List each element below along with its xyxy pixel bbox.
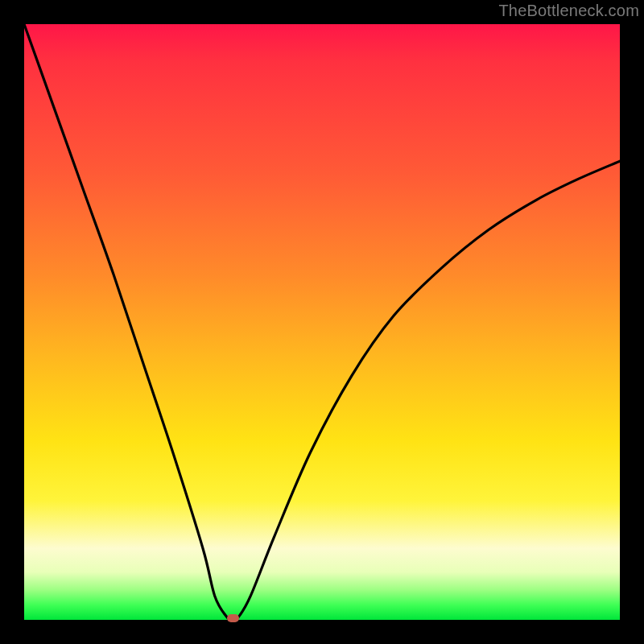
bottleneck-curve	[24, 24, 620, 620]
chart-frame: TheBottleneck.com	[0, 0, 644, 644]
watermark-text: TheBottleneck.com	[498, 2, 639, 20]
optimal-marker	[227, 614, 239, 622]
curve-path	[24, 24, 620, 620]
plot-area	[24, 24, 620, 620]
